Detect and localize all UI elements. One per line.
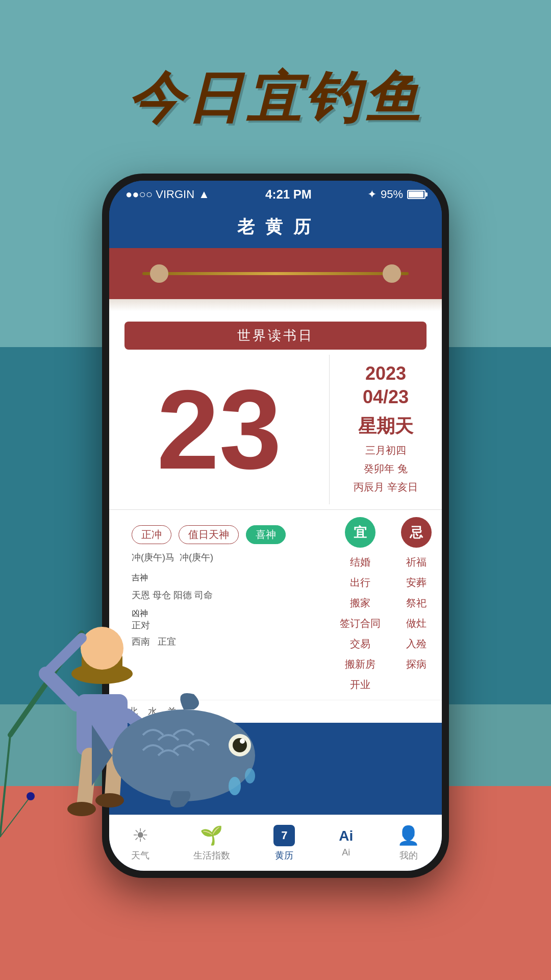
direction-label: 西南 [132, 636, 150, 647]
battery-fill [409, 191, 423, 198]
cal-knob-left [150, 264, 168, 283]
profile-icon: 👤 [397, 825, 420, 846]
status-bar: ●●○○ VIRGIN ▲ 4:21 PM ✦ 95% [109, 181, 442, 208]
yiji-row: 正冲 值日天神 喜神 冲(庚午)马 冲(庚午) 吉神 天恩 母仓 阳德 司命 [109, 510, 442, 700]
bottom-nav: ☀ 天气 🌱 生活指数 7 黄历 Ai Ai [109, 815, 442, 871]
date-main-section: 23 2023 04/23 星期天 三月初四 癸卯年 兔 丙辰月 辛亥日 [109, 350, 442, 510]
nav-calendar-label: 黄历 [275, 849, 293, 862]
tags-area: 正冲 值日天神 喜神 冲(庚午)马 冲(庚午) 吉神 天恩 母仓 阳德 司命 [119, 517, 324, 695]
main-title: 今日宜钓鱼 [0, 61, 551, 136]
ji-column: 忌 祈福 安葬 祭祀 做灶 入殓 探病 [401, 517, 432, 674]
life-index-icon: 🌱 [200, 825, 223, 846]
jishen-area: 吉神 天恩 母仓 阳德 司命 [119, 566, 324, 608]
position-label: 正宜 [158, 636, 176, 647]
nav-profile-label: 我的 [399, 849, 418, 862]
bluetooth-icon: ✦ [367, 188, 377, 201]
lucky-animal: 羊 [167, 705, 177, 718]
chong-left: 冲(庚午)马 [132, 551, 174, 564]
lunar-line3: 丙辰月 辛亥日 [354, 478, 418, 496]
direction-north: 东北 [119, 705, 138, 718]
ai-icon: Ai [339, 828, 353, 844]
tag-xishen: 喜神 [246, 525, 286, 544]
nav-weather-label: 天气 [131, 849, 149, 862]
year-display: 2023 [365, 363, 406, 384]
phone-mockup: ●●○○ VIRGIN ▲ 4:21 PM ✦ 95% 老 黄 历 [102, 174, 449, 878]
carrier-text: ●●○○ VIRGIN [126, 188, 194, 201]
chong-right: 冲(庚午) [180, 551, 213, 564]
time-display: 4:21 PM [265, 187, 312, 202]
xiongshen-area: 凶神 正对 [119, 608, 324, 635]
date-details-area: 2023 04/23 星期天 三月初四 癸卯年 兔 丙辰月 辛亥日 [330, 355, 442, 504]
lunar-info: 三月初四 癸卯年 兔 丙辰月 辛亥日 [354, 441, 418, 496]
tags-row: 正冲 值日天神 喜神 [119, 517, 324, 549]
month-day-display: 04/23 [363, 386, 409, 408]
title-area: 今日宜钓鱼 [0, 61, 551, 136]
day-number: 23 [157, 374, 282, 486]
phone-inner: ●●○○ VIRGIN ▲ 4:21 PM ✦ 95% 老 黄 历 [109, 181, 442, 871]
nav-profile[interactable]: 👤 我的 [397, 825, 420, 862]
calendar-top-bar [109, 248, 442, 299]
app-header: 老 黄 历 [109, 208, 442, 248]
date-number-area: 23 [109, 355, 330, 504]
nav-ai[interactable]: Ai Ai [339, 828, 353, 858]
nav-life-index[interactable]: 🌱 生活指数 [193, 825, 230, 862]
cal-rod [142, 272, 409, 275]
status-left: ●●○○ VIRGIN ▲ [126, 188, 210, 201]
lunar-line1: 三月初四 [354, 441, 418, 459]
lunar-line2: 癸卯年 兔 [354, 459, 418, 478]
weather-icon: ☀ [132, 825, 148, 846]
nav-calendar[interactable]: 7 黄历 [273, 825, 295, 862]
water-label: 水 [148, 705, 157, 718]
weekday-display: 星期天 [358, 414, 413, 439]
tag-zhiri: 值日天神 [179, 525, 239, 544]
yi-column: 宜 结婚 出行 搬家 签订合同 交易 搬新房 开业 [340, 517, 381, 695]
cal-knob-right [383, 264, 401, 283]
yiji-badges-area: 宜 结婚 出行 搬家 签订合同 交易 搬新房 开业 [324, 517, 432, 695]
tag-zhengchong: 正冲 [132, 525, 171, 544]
jishen-values: 天恩 母仓 阳德 司命 [132, 586, 312, 604]
battery-icon [407, 190, 425, 199]
calendar-icon: 7 [273, 825, 295, 846]
xiongshen-label: 凶神 [132, 608, 312, 619]
yi-badge: 宜 [345, 517, 375, 548]
holiday-banner: 世界读书日 [124, 322, 427, 350]
nav-weather[interactable]: ☀ 天气 [131, 825, 149, 862]
nav-ai-label: Ai [342, 847, 350, 858]
ji-items: 祈福 安葬 祭祀 做灶 入殓 探病 [406, 552, 427, 674]
direction-row: 西南 正宜 [119, 635, 324, 652]
ji-badge: 忌 [401, 517, 432, 548]
calendar-content: 世界读书日 23 2023 04/23 星期天 三月初四 癸卯年 兔 丙辰月 辛… [109, 311, 442, 723]
nav-life-label: 生活指数 [193, 849, 230, 862]
xiongshen-values: 正对 [132, 619, 312, 631]
status-right: ✦ 95% [367, 188, 425, 201]
wifi-icon: ▲ [198, 188, 210, 201]
torn-edge [109, 299, 442, 311]
phone-outer: ●●○○ VIRGIN ▲ 4:21 PM ✦ 95% 老 黄 历 [102, 174, 449, 878]
jishen-label: 吉神 [132, 570, 312, 586]
chong-row: 冲(庚午)马 冲(庚午) [119, 549, 324, 566]
other-info-row: 东北 水 羊 [109, 700, 442, 723]
yi-items: 结婚 出行 搬家 签订合同 交易 搬新房 开业 [340, 552, 381, 695]
battery-percent: 95% [381, 188, 403, 201]
